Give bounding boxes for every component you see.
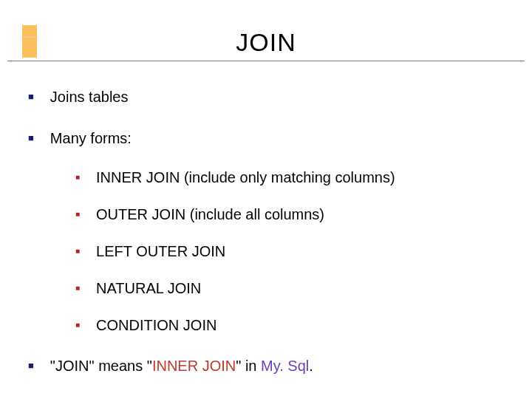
sub-bullet-list: ■ INNER JOIN (include only matching colu…: [75, 168, 501, 334]
square-bullet-icon: ■: [75, 316, 80, 334]
bullet-level2: ■ INNER JOIN (include only matching colu…: [75, 168, 501, 186]
footnote-inner-join: INNER JOIN: [152, 358, 236, 374]
square-bullet-icon: ■: [28, 356, 34, 375]
footnote-mysql: My. Sql: [261, 358, 309, 374]
bullet-level2: ■ OUTER JOIN (include all columns): [75, 205, 501, 223]
square-bullet-icon: ■: [75, 168, 80, 186]
bullet-text: Many forms:: [50, 129, 132, 148]
sub-bullet-text: CONDITION JOIN: [96, 316, 216, 334]
slide-body: ■ Joins tables ■ Many forms: ■ INNER JOI…: [28, 87, 501, 398]
bullet-level2: ■ CONDITION JOIN: [75, 316, 501, 334]
bullet-level1: ■ Many forms: ■ INNER JOIN (include only…: [28, 129, 501, 334]
square-bullet-icon: ■: [28, 129, 34, 148]
slide-title: JOIN: [236, 28, 296, 56]
bullet-level2: ■ NATURAL JOIN: [75, 279, 501, 297]
square-bullet-icon: ■: [75, 279, 80, 297]
sub-bullet-text: INNER JOIN (include only matching column…: [96, 168, 395, 186]
bullet-text: Joins tables: [50, 87, 129, 106]
bullet-level2: ■ LEFT OUTER JOIN: [75, 242, 501, 260]
footnote-in: in: [241, 358, 261, 374]
title-rule: [7, 61, 525, 61]
square-bullet-icon: ■: [28, 87, 34, 106]
footnote-text: "JOIN" means "INNER JOIN" in My. Sql.: [50, 356, 313, 375]
title-area: JOIN: [0, 28, 532, 57]
sub-bullet-text: NATURAL JOIN: [96, 279, 201, 297]
footnote-dot: .: [309, 358, 313, 374]
footnote-quote-open: ": [147, 358, 152, 374]
bullet-level1: ■ Joins tables: [28, 87, 501, 106]
sub-bullet-text: LEFT OUTER JOIN: [96, 242, 225, 260]
sub-bullet-text: OUTER JOIN (include all columns): [96, 205, 324, 223]
footnote-mid: means: [95, 358, 147, 374]
bullet-level1: ■ "JOIN" means "INNER JOIN" in My. Sql.: [28, 356, 501, 375]
square-bullet-icon: ■: [75, 242, 80, 260]
footnote-quoted-join: "JOIN": [50, 358, 95, 374]
square-bullet-icon: ■: [75, 205, 80, 223]
